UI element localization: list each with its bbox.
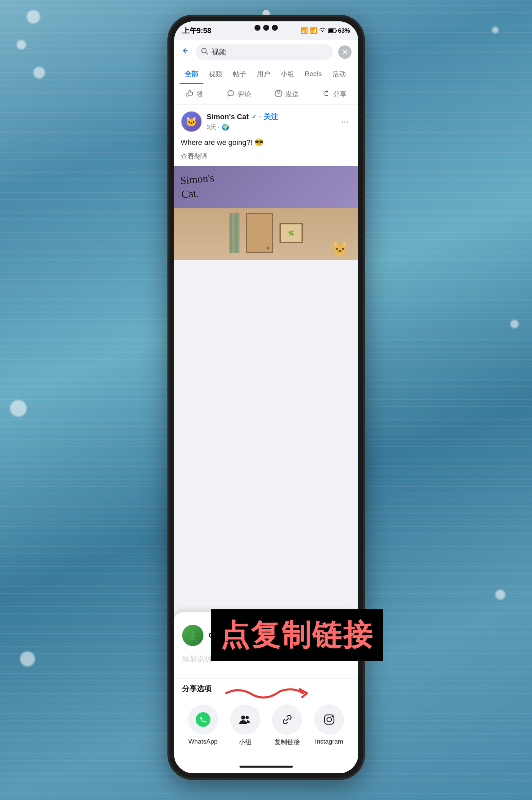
author-name: Simon's Cat	[207, 112, 249, 121]
share-icons-row: WhatsApp	[174, 699, 358, 760]
group-icon-circle	[230, 705, 260, 734]
share-instagram[interactable]: Instagram	[314, 705, 344, 747]
tab-video[interactable]: 视频	[204, 67, 227, 81]
separator: ·	[259, 113, 261, 121]
door	[246, 213, 273, 253]
back-button[interactable]	[181, 46, 190, 58]
bokeh-dot	[17, 40, 26, 50]
door-knob	[266, 247, 269, 250]
bokeh-dot	[27, 10, 40, 23]
like-action[interactable]: 赞	[186, 89, 204, 100]
send-label: 发送	[286, 90, 299, 99]
post-author-row: Simon's Cat ✓ · 关注	[207, 112, 334, 122]
follow-button[interactable]: 关注	[264, 112, 278, 122]
post-card: 🐱 Simon's Cat ✓ · 关注 3天	[174, 105, 358, 260]
post-image: Simon's Cat.	[174, 166, 358, 260]
curtain	[229, 213, 240, 253]
link-icon	[280, 712, 294, 727]
copy-link-icon-circle	[272, 705, 302, 734]
send-action[interactable]: 发送	[274, 89, 299, 100]
bokeh-dot	[33, 67, 45, 78]
wifi-symbol	[319, 28, 326, 34]
post-time: 3天 · 🌍	[207, 123, 334, 131]
group-icon	[238, 712, 252, 727]
home-indicator	[174, 760, 358, 773]
red-arrow-decoration	[220, 683, 313, 705]
share-label: 分享	[333, 90, 346, 99]
like-label: 赞	[197, 90, 204, 99]
avatar-arrow-icon	[187, 630, 198, 641]
camera-dot-3	[272, 25, 278, 31]
bokeh-dot	[492, 27, 499, 33]
whatsapp-label: WhatsApp	[188, 738, 218, 745]
search-icon	[201, 48, 208, 57]
comment-icon	[227, 89, 235, 100]
overlay-text-box: 点复制链接	[211, 610, 383, 661]
status-icons: 📶 📶 63%	[301, 27, 350, 34]
bokeh-dot	[495, 590, 505, 600]
red-arrow-svg	[220, 683, 313, 703]
post-header: 🐱 Simon's Cat ✓ · 关注 3天	[174, 105, 358, 135]
globe-icon: 🌍	[222, 124, 229, 131]
whatsapp-icon	[195, 712, 211, 727]
svg-point-8	[246, 716, 249, 719]
top-dot	[263, 10, 270, 17]
camera-dot-1	[254, 25, 261, 31]
svg-point-6	[196, 712, 210, 727]
status-time: 上午9:58	[182, 26, 211, 36]
share-copy-link[interactable]: 复制链接	[272, 705, 302, 747]
svg-rect-2	[336, 30, 337, 32]
send-icon	[274, 89, 283, 100]
tab-groups[interactable]: 小组	[276, 67, 300, 81]
battery-status: 63%	[328, 28, 350, 34]
translate-link[interactable]: 查看翻译	[174, 152, 358, 166]
svg-point-10	[327, 717, 331, 722]
instagram-icon	[322, 712, 337, 727]
phone-wrapper: 上午9:58 📶 📶	[169, 17, 363, 778]
share-action[interactable]: 分享	[322, 89, 346, 100]
share-icon	[322, 89, 330, 100]
simons-cat-logo: Simon's Cat.	[179, 171, 216, 202]
avatar: 🐱	[181, 111, 202, 132]
share-group[interactable]: 小组	[230, 705, 260, 747]
verified-badge: ✓	[251, 113, 256, 121]
post-time-text: 3天	[207, 123, 216, 131]
tab-events[interactable]: 活动	[327, 67, 351, 81]
wifi-icon: 📶	[310, 27, 317, 34]
tab-posts[interactable]: 帖子	[227, 67, 251, 81]
svg-point-7	[241, 715, 245, 720]
phone-frame: 上午9:58 📶 📶	[169, 17, 363, 778]
tab-all[interactable]: 全部	[179, 67, 204, 81]
instagram-label: Instagram	[315, 738, 343, 745]
copy-link-label: 复制链接	[274, 738, 300, 747]
share-whatsapp[interactable]: WhatsApp	[188, 705, 218, 747]
scene-elements: 🌿	[174, 206, 358, 253]
camera-notch	[254, 25, 278, 31]
picture-frame: 🌿	[280, 223, 303, 243]
cat-silhouette: 🐱	[331, 241, 348, 256]
home-bar	[240, 766, 293, 768]
post-text: Where are we going?! 😎	[174, 135, 358, 152]
search-box[interactable]: 视频	[195, 44, 333, 60]
more-options-button[interactable]: ···	[338, 116, 351, 127]
share-user-avatar	[182, 625, 204, 646]
separator-dot: ·	[218, 124, 220, 131]
overlay-chinese-text: 点复制链接	[220, 618, 374, 651]
content-area: 🐱 Simon's Cat ✓ · 关注 3天	[174, 105, 358, 773]
close-search-button[interactable]: ✕	[338, 46, 352, 59]
svg-point-11	[331, 716, 333, 717]
tab-reels[interactable]: Reels	[300, 68, 327, 80]
search-header: 视频 ✕	[174, 40, 358, 64]
bokeh-dot	[10, 400, 27, 417]
filter-tabs: 全部 视频 帖子 用户 小组 Reels	[174, 64, 358, 84]
svg-line-4	[206, 52, 208, 54]
action-bar: 赞 评论 发送	[174, 84, 358, 105]
status-bar: 上午9:58 📶 📶	[174, 21, 358, 40]
instagram-icon-circle	[314, 705, 344, 734]
comment-action[interactable]: 评论	[227, 89, 251, 100]
comment-label: 评论	[238, 90, 251, 99]
svg-rect-1	[329, 30, 334, 32]
avatar-icon: 🐱	[186, 116, 197, 127]
signal-icon-1: 📶	[301, 27, 308, 34]
tab-users[interactable]: 用户	[251, 67, 276, 81]
